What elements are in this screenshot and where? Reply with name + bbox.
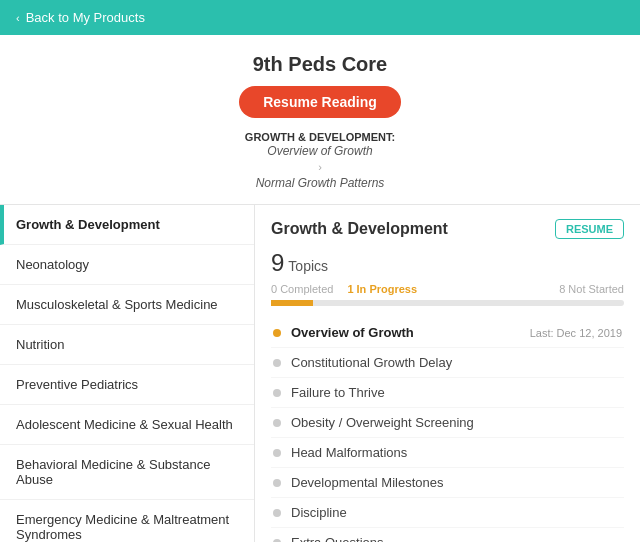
- topic-name: Constitutional Growth Delay: [291, 355, 622, 370]
- in-progress-stat: 1 In Progress: [347, 283, 417, 295]
- topic-item[interactable]: Overview of GrowthLast: Dec 12, 2019: [271, 318, 624, 348]
- topic-name: Head Malformations: [291, 445, 622, 460]
- sidebar-item-behavioral[interactable]: Behavioral Medicine & Substance Abuse: [0, 445, 254, 500]
- topic-item[interactable]: Constitutional Growth Delay: [271, 348, 624, 378]
- completed-stat: 0 Completed: [271, 283, 333, 295]
- topic-item[interactable]: Discipline: [271, 498, 624, 528]
- progress-inprogress: [271, 300, 313, 306]
- sidebar-item-adolescent[interactable]: Adolescent Medicine & Sexual Health: [0, 405, 254, 445]
- section-header: Growth & Development RESUME: [271, 219, 624, 239]
- topic-dot-icon: [273, 359, 281, 367]
- reading-topic: Overview of Growth: [267, 144, 372, 158]
- topic-dot-icon: [273, 479, 281, 487]
- section-title: Growth & Development: [271, 220, 448, 238]
- not-started-stat: 8 Not Started: [559, 283, 624, 295]
- topic-name: Overview of Growth: [291, 325, 522, 340]
- sidebar-item-musculo[interactable]: Musculoskeletal & Sports Medicine: [0, 285, 254, 325]
- topic-dot-icon: [273, 539, 281, 543]
- product-title: 9th Peds Core: [20, 53, 620, 76]
- topics-count: 9: [271, 249, 284, 277]
- topic-item[interactable]: Failure to Thrive: [271, 378, 624, 408]
- topic-item[interactable]: Obesity / Overweight Screening: [271, 408, 624, 438]
- topic-name: Failure to Thrive: [291, 385, 622, 400]
- reading-info: GROWTH & DEVELOPMENT: Overview of Growth…: [20, 130, 620, 190]
- topic-name: Discipline: [291, 505, 622, 520]
- sidebar-item-growth[interactable]: Growth & Development: [0, 205, 254, 245]
- topic-item[interactable]: Head Malformations: [271, 438, 624, 468]
- topic-last-date: Last: Dec 12, 2019: [530, 327, 622, 339]
- resume-reading-button[interactable]: Resume Reading: [239, 86, 401, 118]
- progress-bar: [271, 300, 624, 306]
- sidebar-item-emergency[interactable]: Emergency Medicine & Maltreatment Syndro…: [0, 500, 254, 542]
- reading-label: GROWTH & DEVELOPMENT:: [245, 131, 395, 143]
- sidebar-item-preventive[interactable]: Preventive Pediatrics: [0, 365, 254, 405]
- topic-item[interactable]: Developmental Milestones: [271, 468, 624, 498]
- topic-dot-icon: [273, 389, 281, 397]
- topic-dot-icon: [273, 329, 281, 337]
- topic-dot-icon: [273, 449, 281, 457]
- topic-item[interactable]: Extra Questions: [271, 528, 624, 542]
- top-bar[interactable]: ‹ Back to My Products: [0, 0, 640, 35]
- topic-name: Developmental Milestones: [291, 475, 622, 490]
- sidebar-item-nutrition[interactable]: Nutrition: [0, 325, 254, 365]
- resume-small-button[interactable]: RESUME: [555, 219, 624, 239]
- back-chevron-icon: ‹: [16, 12, 20, 24]
- topics-label: Topics: [288, 258, 328, 274]
- arrow-icon: ›: [20, 161, 620, 173]
- content-area: Growth & Development Neonatology Musculo…: [0, 205, 640, 542]
- progress-stats: 0 Completed 1 In Progress 8 Not Started: [271, 283, 624, 295]
- sidebar-item-neonatology[interactable]: Neonatology: [0, 245, 254, 285]
- topics-row: 9 Topics: [271, 249, 624, 277]
- topic-dot-icon: [273, 509, 281, 517]
- topic-dot-icon: [273, 419, 281, 427]
- back-link[interactable]: Back to My Products: [26, 10, 145, 25]
- sidebar: Growth & Development Neonatology Musculo…: [0, 205, 255, 542]
- reading-subtopic: Normal Growth Patterns: [256, 176, 385, 190]
- main-content: Growth & Development RESUME 9 Topics 0 C…: [255, 205, 640, 542]
- header-section: 9th Peds Core Resume Reading GROWTH & DE…: [0, 35, 640, 205]
- topic-name: Obesity / Overweight Screening: [291, 415, 622, 430]
- topic-list: Overview of GrowthLast: Dec 12, 2019Cons…: [271, 318, 624, 542]
- topic-name: Extra Questions: [291, 535, 622, 542]
